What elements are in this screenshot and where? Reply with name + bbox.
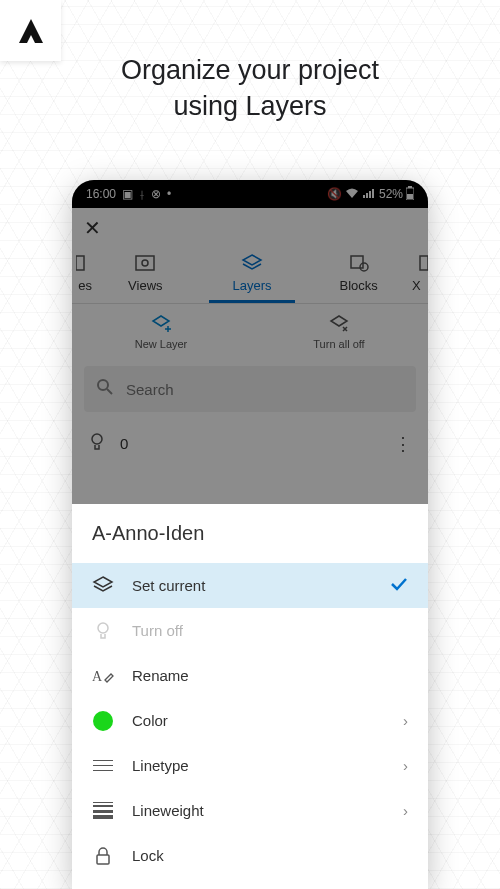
close-icon[interactable]: ✕ bbox=[84, 216, 101, 240]
svg-point-9 bbox=[98, 380, 108, 390]
menu-lock[interactable]: Lock bbox=[72, 833, 428, 878]
svg-line-10 bbox=[107, 389, 112, 394]
svg-rect-4 bbox=[136, 256, 154, 270]
lineweight-icon bbox=[92, 800, 114, 822]
new-layer-icon bbox=[150, 314, 172, 334]
layer-row[interactable]: 0 ⋮ bbox=[72, 418, 428, 465]
svg-point-11 bbox=[92, 434, 102, 444]
turn-all-off-button[interactable]: Turn all off bbox=[250, 314, 428, 350]
bulb-off-icon bbox=[92, 620, 114, 642]
bulb-icon bbox=[88, 432, 106, 455]
svg-rect-6 bbox=[351, 256, 363, 268]
tab-partial-right[interactable]: X bbox=[412, 254, 428, 303]
layers-icon bbox=[92, 575, 114, 597]
menu-set-current[interactable]: Set current bbox=[72, 563, 428, 608]
search-icon bbox=[96, 378, 114, 400]
svg-point-5 bbox=[142, 260, 148, 266]
chevron-right-icon: › bbox=[403, 712, 408, 729]
views-icon bbox=[134, 254, 156, 272]
status-dot-icon: • bbox=[167, 187, 171, 201]
layer-context-sheet: A-Anno-Iden Set current Turn off A Renam… bbox=[72, 504, 428, 889]
tab-partial-left[interactable]: es bbox=[72, 254, 92, 303]
sheet-title: A-Anno-Iden bbox=[72, 504, 428, 563]
chevron-right-icon: › bbox=[403, 757, 408, 774]
lock-icon bbox=[92, 845, 114, 867]
status-image-icon: ▣ bbox=[122, 187, 133, 201]
new-layer-button[interactable]: New Layer bbox=[72, 314, 250, 350]
rename-icon: A bbox=[92, 665, 114, 687]
menu-lineweight[interactable]: Lineweight › bbox=[72, 788, 428, 833]
svg-rect-2 bbox=[407, 194, 413, 199]
marketing-headline: Organize your project using Layers bbox=[0, 52, 500, 125]
layers-icon bbox=[241, 254, 263, 272]
linetype-icon bbox=[92, 755, 114, 777]
svg-rect-14 bbox=[97, 855, 109, 864]
blocks-icon bbox=[348, 254, 370, 272]
status-battery-icon bbox=[406, 186, 414, 203]
check-icon bbox=[390, 577, 408, 594]
svg-point-12 bbox=[98, 623, 108, 633]
menu-rename[interactable]: A Rename bbox=[72, 653, 428, 698]
status-nfc-icon: ⟊ bbox=[139, 189, 145, 200]
status-battery-text: 52% bbox=[379, 187, 403, 201]
tab-blocks[interactable]: Blocks bbox=[305, 254, 412, 303]
svg-point-7 bbox=[360, 263, 368, 271]
tab-layers[interactable]: Layers bbox=[199, 254, 306, 303]
status-wifi-icon bbox=[345, 187, 359, 202]
status-bar: 16:00 ▣ ⟊ ⊗ • 🔇 52% bbox=[72, 180, 428, 208]
tab-views[interactable]: Views bbox=[92, 254, 199, 303]
turn-all-off-icon bbox=[328, 314, 350, 334]
status-time: 16:00 bbox=[86, 187, 116, 201]
search-input[interactable] bbox=[126, 381, 404, 398]
color-swatch-icon bbox=[92, 710, 114, 732]
more-icon[interactable]: ⋮ bbox=[394, 433, 412, 455]
menu-color[interactable]: Color › bbox=[72, 698, 428, 743]
svg-text:A: A bbox=[92, 669, 103, 684]
svg-rect-8 bbox=[420, 256, 428, 270]
panel-tabs: es Views Layers Blocks X bbox=[72, 248, 428, 304]
svg-rect-3 bbox=[76, 256, 84, 270]
chevron-right-icon: › bbox=[403, 802, 408, 819]
status-sync-icon: ⊗ bbox=[151, 187, 161, 201]
menu-turn-off[interactable]: Turn off bbox=[72, 608, 428, 653]
phone-mockup: 16:00 ▣ ⟊ ⊗ • 🔇 52% ✕ es bbox=[72, 180, 428, 889]
status-mute-icon: 🔇 bbox=[327, 187, 342, 201]
layer-name: 0 bbox=[120, 435, 128, 452]
search-field[interactable] bbox=[84, 366, 416, 412]
status-signal-icon bbox=[362, 187, 376, 202]
menu-linetype[interactable]: Linetype › bbox=[72, 743, 428, 788]
